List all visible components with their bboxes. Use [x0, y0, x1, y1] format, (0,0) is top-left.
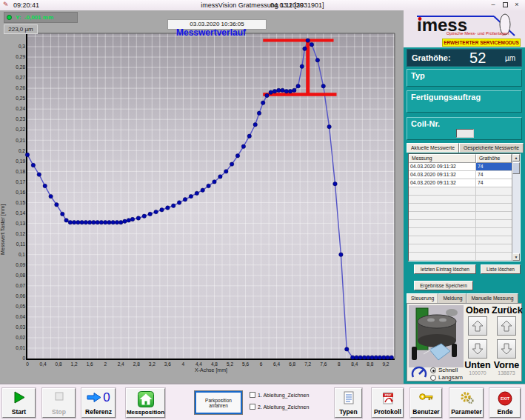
- ende-label: Ende: [498, 408, 513, 416]
- cell-empty: [409, 204, 476, 211]
- svg-text:0,2: 0,2: [19, 148, 25, 153]
- svg-text:0: 0: [22, 356, 25, 361]
- delete-last-entry-button[interactable]: letzten Eintrag löschen: [414, 264, 476, 274]
- svg-text:1,6: 1,6: [87, 361, 93, 367]
- cell-grathoehe[interactable]: 74: [476, 171, 512, 179]
- exit-icon: EXIT: [498, 391, 512, 406]
- scroll-down-icon[interactable]: ▼: [512, 253, 520, 261]
- svg-text:0,3: 0,3: [19, 44, 25, 49]
- jog-front-label: Vorne: [492, 360, 521, 370]
- svg-text:9,2: 9,2: [382, 361, 389, 367]
- start-button[interactable]: Start: [2, 388, 36, 418]
- jog-back-button[interactable]: [497, 316, 516, 336]
- minimize-icon[interactable]: –: [488, 1, 498, 8]
- arrow-up-icon: [470, 319, 485, 333]
- jog-up-button[interactable]: [468, 316, 487, 336]
- cell-empty: [476, 204, 512, 211]
- stop-icon: [54, 391, 64, 401]
- table-row-empty: [409, 244, 512, 253]
- cell-empty: [476, 220, 512, 227]
- svg-text:0,05: 0,05: [16, 304, 25, 309]
- svg-text:0,17: 0,17: [16, 179, 25, 184]
- parkposition-label-line1: Parkposition: [196, 398, 241, 403]
- protokoll-button[interactable]: PDF Protokoll: [372, 388, 404, 418]
- table-header: Messung Grathöhe [mm]: [409, 154, 520, 163]
- parkposition-button[interactable]: Parkposition anfahren: [195, 391, 242, 414]
- cell-empty: [476, 236, 512, 244]
- table-row[interactable]: 04.03.2020 09:11:32 74: [409, 163, 512, 171]
- tab-aktuelle-messwerte[interactable]: Aktuelle Messwerte: [407, 143, 459, 153]
- svg-text:6,4: 6,4: [273, 361, 280, 367]
- svg-text:0,27: 0,27: [16, 75, 25, 80]
- stop-button[interactable]: Stop: [42, 388, 76, 418]
- derivative1-checkbox[interactable]: 1. Ableitung_Zeichnen: [250, 392, 309, 398]
- table-row[interactable]: 04.03.2020 09:11:32 74: [409, 171, 512, 179]
- cell-empty: [476, 244, 512, 252]
- svg-text:0,03: 0,03: [16, 324, 25, 330]
- bottom-toolbar: Start Stop 0 Referenz Messposition Park: [0, 384, 525, 420]
- cell-empty: [476, 212, 512, 219]
- cell-empty: [476, 253, 512, 260]
- svg-text:5,6: 5,6: [242, 361, 249, 367]
- cell-messung[interactable]: 04.03.2020 09:11:32: [409, 163, 476, 170]
- svg-text:0,28: 0,28: [16, 64, 25, 70]
- coil-nr-input[interactable]: [456, 129, 474, 138]
- speed-slow-radio[interactable]: Langsam: [430, 374, 463, 381]
- typ-field[interactable]: Typ: [407, 69, 522, 87]
- key-icon: [418, 391, 434, 402]
- close-icon[interactable]: ×: [512, 1, 522, 8]
- maximize-icon[interactable]: [500, 1, 510, 9]
- cell-messung[interactable]: 04.03.2020 09:11:32: [409, 179, 476, 187]
- benutzer-label: Benutzer: [412, 408, 439, 416]
- parameter-button[interactable]: Parameter: [449, 388, 484, 418]
- referenz-label: Referenz: [85, 408, 112, 416]
- jog-down-label: Unten: [463, 360, 492, 370]
- svg-text:0,14: 0,14: [16, 210, 25, 216]
- svg-text:3,6: 3,6: [164, 361, 171, 367]
- tab-meldung[interactable]: Meldung: [438, 293, 467, 303]
- typen-button[interactable]: Typen: [335, 388, 362, 418]
- status-label: Y:: [16, 14, 21, 21]
- derivative2-checkbox[interactable]: 2. Ableitung_Zeichnen: [250, 404, 309, 410]
- cell-empty: [409, 253, 476, 260]
- tab-manuelle-messung[interactable]: Manuelle Messung: [467, 293, 518, 303]
- table-scrollbar[interactable]: ▲ ▼: [512, 154, 520, 261]
- tab-steuerung[interactable]: Steuerung: [407, 293, 438, 303]
- svg-text:0,09: 0,09: [16, 262, 25, 267]
- chart-panel: 00,010,020,030,040,050,060,070,080,090,1…: [0, 10, 404, 384]
- svg-text:0,08: 0,08: [16, 273, 25, 278]
- column-header-grathoehe[interactable]: Grathöhe [mm]: [476, 154, 512, 163]
- svg-text:0,1: 0,1: [19, 252, 25, 257]
- benutzer-button[interactable]: Benutzer: [410, 388, 442, 418]
- svg-text:7,2: 7,2: [304, 361, 311, 367]
- svg-text:0: 0: [26, 361, 29, 367]
- cell-grathoehe-selected[interactable]: 74: [476, 163, 512, 170]
- speed-fast-radio[interactable]: Schnell: [430, 367, 458, 373]
- speedometer-icon: [409, 364, 429, 381]
- tab-gespeicherte-messwerte[interactable]: Gespeicherte Messwerte: [459, 143, 524, 153]
- messposition-label: Messposition: [127, 409, 164, 416]
- jog-down-button[interactable]: [468, 339, 487, 359]
- scrollbar-thumb[interactable]: [512, 162, 520, 174]
- fertigungsauftrag-field[interactable]: Fertigungsauftrag: [407, 90, 522, 113]
- column-header-messung[interactable]: Messung: [409, 154, 476, 163]
- ende-button[interactable]: EXIT Ende: [489, 388, 521, 418]
- coil-nr-field[interactable]: Coil-Nr.: [407, 117, 522, 140]
- play-icon: [13, 391, 26, 404]
- scroll-up-icon[interactable]: ▲: [512, 154, 520, 161]
- svg-text:EXIT: EXIT: [501, 396, 510, 401]
- messposition-button[interactable]: Messposition: [126, 388, 165, 418]
- parkposition-label-line2: anfahren: [196, 403, 241, 408]
- svg-text:0,04: 0,04: [16, 314, 25, 319]
- referenz-button[interactable]: 0 Referenz: [81, 388, 116, 418]
- save-results-button[interactable]: Ergebnisse Speichern: [414, 281, 473, 290]
- jog-front-button[interactable]: [497, 339, 516, 359]
- cell-grathoehe[interactable]: 74: [476, 179, 512, 187]
- table-row[interactable]: 04.03.2020 09:11:32 74: [409, 179, 512, 187]
- cell-messung[interactable]: 04.03.2020 09:11:32: [409, 171, 476, 179]
- checkbox-icon: [250, 392, 255, 398]
- right-panel: ımess Optische Mess- und Prüfanlagen ERW…: [404, 10, 525, 384]
- delete-list-button[interactable]: Liste löschen: [481, 264, 521, 274]
- cell-empty: [409, 220, 476, 227]
- burr-height-label: Grathöhe:: [407, 53, 451, 62]
